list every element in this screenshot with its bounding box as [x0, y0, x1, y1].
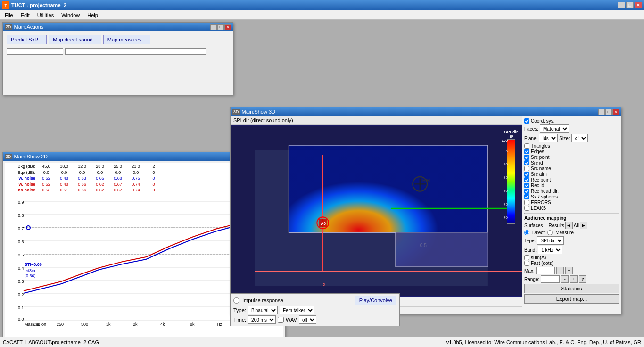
help-button[interactable]: ? — [579, 275, 586, 283]
nonoise-val-0: 0.53 — [37, 187, 55, 193]
close-button[interactable]: ✕ — [635, 2, 642, 8]
status-license: v1.0h5, Licensed to: Wire Communications… — [446, 339, 641, 345]
impulse-row3: Time: 200 ms WAV off — [233, 315, 396, 324]
play-convolve-button[interactable]: Play/Convolve — [355, 296, 396, 305]
bkg-val-4: 25,0 — [109, 164, 127, 170]
show3d-sidebar: Coord. sys. Faces: Material Plane: Ids S… — [522, 116, 621, 314]
coord-sys-checkbox[interactable] — [524, 118, 529, 124]
export-map-button[interactable]: Export map... — [524, 294, 619, 304]
bkg-val-6: 2 — [145, 164, 163, 170]
actions-buttons: Predict SxR... Map direct sound... Map m… — [7, 35, 229, 44]
max-minus-button[interactable]: - — [556, 267, 564, 274]
wnoise1-val-6: 0 — [145, 175, 163, 182]
imp-time-select[interactable]: 200 ms — [248, 315, 276, 324]
type-select[interactable]: SPLdir — [537, 236, 564, 245]
range-minus-button[interactable]: - — [561, 275, 569, 283]
menu-edit[interactable]: Edit — [17, 11, 33, 19]
menu-window[interactable]: Window — [58, 11, 83, 19]
wnoise2-val-0: 0.52 — [37, 182, 55, 188]
faces-label: Faces: — [524, 126, 538, 132]
src-aim-checkbox[interactable] — [524, 172, 529, 177]
show3d-maximize[interactable]: □ — [605, 109, 612, 115]
size-select[interactable]: x 1 — [571, 134, 588, 142]
wnoise1-val-4: 0.68 — [109, 175, 127, 182]
wnoise2-val-3: 0.62 — [91, 182, 109, 188]
wnoise1-label: w. noise — [7, 175, 37, 182]
triangles-checkbox[interactable] — [524, 143, 529, 149]
rec-point-checkbox[interactable] — [524, 177, 529, 182]
all-label: All — [574, 223, 579, 228]
actions-close[interactable]: ✕ — [224, 24, 231, 30]
menu-help[interactable]: Help — [83, 11, 102, 19]
impulse-radio[interactable] — [233, 297, 239, 304]
wnoise1-val-0: 0.52 — [37, 175, 55, 182]
sum-a-checkbox[interactable] — [524, 255, 529, 260]
eqx-label: Eqx (dB): — [7, 170, 37, 176]
fast-dots-checkbox[interactable] — [524, 261, 529, 266]
faces-select[interactable]: Material — [540, 124, 569, 133]
maximize-button[interactable]: □ — [626, 2, 634, 8]
bkg-label: Bkg (dB): — [7, 164, 37, 170]
measure-radio[interactable] — [547, 230, 553, 235]
src-name-checkbox[interactable] — [524, 166, 529, 171]
src-name-label: Src name — [531, 166, 551, 171]
scene-svg: y A0 Re — [231, 125, 522, 297]
sxr-spheres-checkbox[interactable] — [524, 194, 529, 199]
wav-checkbox[interactable] — [278, 317, 284, 323]
menu-file[interactable]: File — [1, 11, 17, 19]
imp-talker-select[interactable]: Fem talker — [280, 306, 314, 314]
nonoise-val-2: 0.56 — [73, 187, 91, 193]
status-bar: C:\CATT_LAB6\OUT\projectname_2.CAG v1.0h… — [0, 337, 644, 347]
actions-window: 2D Main:Actions _ □ ✕ Predict SxR... Map… — [2, 22, 233, 95]
errors-checkbox[interactable] — [524, 200, 529, 205]
wav-select[interactable]: off — [299, 315, 316, 324]
minimize-button[interactable]: _ — [618, 2, 625, 8]
spl-75: 75 — [504, 203, 508, 207]
imp-type-select[interactable]: Binaural — [248, 306, 278, 314]
actions-maximize[interactable]: □ — [217, 24, 224, 30]
svg-text:0.9: 0.9 — [18, 200, 24, 205]
rec-head-dir-checkbox[interactable] — [524, 189, 529, 194]
svg-text:8k: 8k — [190, 322, 195, 326]
band-select[interactable]: 1 kHz — [538, 246, 562, 254]
max-input[interactable] — [536, 267, 555, 274]
show3d-close[interactable]: ✕ — [612, 109, 619, 115]
bkg-val-0: 45,0 — [37, 164, 55, 170]
nonoise-val-5: 0.74 — [127, 187, 145, 193]
rec-id-checkbox[interactable] — [524, 183, 529, 188]
surfaces-label: Surfaces — [524, 223, 543, 228]
eqx-val-4: 0.0 — [109, 170, 127, 176]
src-id-row: Src id — [524, 160, 619, 165]
max-plus-button[interactable]: + — [565, 267, 573, 274]
map-direct-sound-button[interactable]: Map direct sound... — [49, 35, 101, 44]
range-plus-button[interactable]: + — [570, 275, 578, 283]
type-row: Type: SPLdir — [524, 236, 619, 245]
svg-marker-62 — [396, 232, 488, 266]
edges-checkbox[interactable] — [524, 149, 529, 154]
direct-label: Direct — [532, 230, 545, 235]
show3d-viewport[interactable]: y A0 Re — [231, 125, 522, 297]
direct-radio[interactable] — [524, 230, 529, 235]
results-prev-button[interactable]: ◀ — [565, 222, 573, 229]
range-input[interactable] — [541, 275, 560, 283]
triangles-label: Triangles — [531, 143, 550, 149]
predict-sxr-button[interactable]: Predict SxR... — [7, 35, 47, 44]
wnoise1-val-3: 0.65 — [91, 175, 109, 182]
src-point-checkbox[interactable] — [524, 155, 529, 160]
show2d-icon: 2D — [5, 154, 12, 159]
svg-text:0.1: 0.1 — [18, 306, 24, 310]
leaks-checkbox[interactable] — [524, 206, 529, 211]
eqx-val-0: 0.0 — [37, 170, 55, 176]
src-id-checkbox[interactable] — [524, 160, 529, 165]
menu-bar: File Edit Utilities Window Help — [0, 10, 644, 20]
show3d-minimize[interactable]: _ — [598, 109, 605, 115]
menu-utilities[interactable]: Utilities — [33, 11, 58, 19]
statistics-button[interactable]: Statistics — [524, 284, 619, 293]
eqx-val-1: 0.0 — [55, 170, 73, 176]
actions-minimize[interactable]: _ — [210, 24, 217, 30]
map-measures-button[interactable]: Map measures... — [103, 35, 150, 44]
wnoise1-val-2: 0.53 — [73, 175, 91, 182]
results-next-button[interactable]: ▶ — [580, 222, 587, 229]
nonoise-label: no noise — [7, 187, 37, 193]
plane-select[interactable]: Ids — [539, 134, 558, 142]
